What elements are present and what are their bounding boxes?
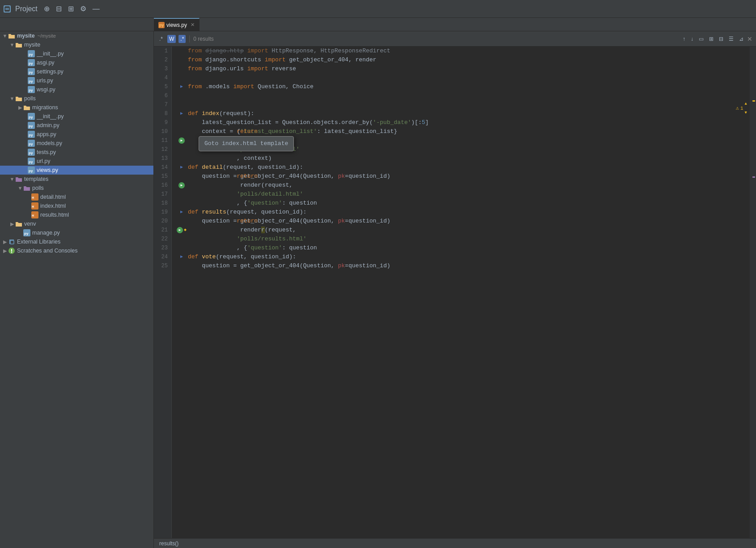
tree-item-polls-tpl[interactable]: ▼ polls <box>0 184 153 193</box>
word-btn[interactable]: .* <box>178 35 186 43</box>
tree-item-init2[interactable]: py __init__.py <box>0 112 153 121</box>
tree-label-admin: admin.py <box>37 122 59 128</box>
tab-close-btn[interactable]: ✕ <box>191 22 195 28</box>
collapse-all-btn[interactable]: ⊟ <box>54 4 64 14</box>
tooltip-popup[interactable]: Goto index.html template <box>199 136 294 151</box>
code-lines: from django.http import HttpResponse, Ht… <box>172 47 750 538</box>
regex-btn[interactable]: .* <box>157 35 165 43</box>
py-icon-urlpy: py <box>28 158 35 165</box>
code-line-23 <box>175 244 746 253</box>
svg-text:H: H <box>32 205 34 208</box>
status-function: results() <box>159 540 178 547</box>
svg-text:py: py <box>24 231 29 235</box>
svg-text:H: H <box>32 196 34 199</box>
tab-views-py[interactable]: py views.py ✕ <box>154 18 200 31</box>
tab-bar: py views.py ✕ <box>0 18 756 31</box>
tree-item-apps[interactable]: py apps.py <box>0 130 153 139</box>
tree-item-urlpy[interactable]: py url.py <box>0 157 153 166</box>
tree-label-detail-html: detail.html <box>40 194 66 200</box>
main-layout: ▼ mysite ~/mysite ▼ mysite py __init__.p… <box>0 31 756 548</box>
tree-item-init1[interactable]: py __init__.py <box>0 49 153 58</box>
project-dropdown-btn[interactable]: Project <box>13 4 39 14</box>
tree-item-results-html[interactable]: H results.html <box>0 210 153 219</box>
tree-label-asgi: asgi.py <box>37 60 55 66</box>
expand-all-btn[interactable]: ⊞ <box>66 4 76 14</box>
tree-label-results-html: results.html <box>40 212 69 218</box>
folder-icon-venv <box>15 220 22 227</box>
html-icon-index: H <box>31 202 38 210</box>
folder-icon-templates <box>15 176 22 183</box>
tree-label-venv: venv <box>24 221 36 227</box>
gutter-5: ▶ <box>175 82 188 91</box>
py-icon-apps: py <box>28 131 35 138</box>
svg-text:py: py <box>29 115 33 119</box>
code-editor[interactable]: ⚠ 1 ▲ ▼ 1 2 3 4 5 6 7 8 9 <box>154 47 756 538</box>
bookmark-gutter-21[interactable]: ◆ <box>184 226 187 235</box>
tree-item-migrations[interactable]: ▶ migrations <box>0 103 153 112</box>
search-btn1[interactable]: ⊞ <box>707 35 715 43</box>
tree-item-templates[interactable]: ▼ templates <box>0 175 153 184</box>
search-btn2[interactable]: ⊟ <box>717 35 725 43</box>
py-icon-settings: py <box>28 68 35 75</box>
code-line-25: question = get_object_or_404(Question, p… <box>175 261 746 270</box>
run-gutter-11[interactable]: ▶ <box>178 137 185 144</box>
tree-item-detail-html[interactable]: H detail.html <box>0 193 153 201</box>
tree-item-polls[interactable]: ▼ polls <box>0 94 153 103</box>
arrow-mysite-inner: ▼ <box>9 42 15 47</box>
svg-text:py: py <box>29 52 33 56</box>
tree-item-asgi[interactable]: py asgi.py <box>0 58 153 67</box>
tree-item-admin[interactable]: py admin.py <box>0 121 153 130</box>
code-line-3: from django.urls import reverse <box>175 64 746 73</box>
tree-item-external[interactable]: ▶ External Libraries <box>0 237 153 246</box>
tree-item-wsgi[interactable]: py wsgi.py <box>0 85 153 94</box>
run-gutter-21[interactable]: ▶ <box>177 227 183 233</box>
svg-rect-1 <box>5 8 9 9</box>
results-count: 0 results <box>193 36 213 42</box>
tree-label-polls: polls <box>24 95 36 102</box>
tree-item-mysite-inner[interactable]: ▼ mysite <box>0 40 153 49</box>
case-btn[interactable]: W <box>167 35 176 43</box>
html-icon-detail: H <box>31 193 38 201</box>
gutter-8: ▶ <box>175 109 188 118</box>
external-icon <box>8 238 15 245</box>
folder-icon-polls-tpl <box>23 184 30 192</box>
search-settings-btn[interactable]: ☰ <box>727 35 735 43</box>
code-line-5: ▶ from .models import Question, Choice <box>175 82 746 91</box>
tree-item-models[interactable]: py models.py <box>0 139 153 148</box>
tree-item-settings[interactable]: py settings.py <box>0 67 153 76</box>
folder-icon-migrations <box>23 104 30 111</box>
tooltip-text: Goto index.html template <box>204 140 288 147</box>
tree-item-urls[interactable]: py urls.py <box>0 76 153 85</box>
tree-item-scratches[interactable]: ▶ Scratches and Consoles <box>0 246 153 255</box>
tree-label-polls-tpl: polls <box>32 185 44 191</box>
run-gutter-16[interactable]: ▶ <box>178 182 185 188</box>
search-toolbar-right: ↑ ↓ ▭ ⊞ ⊟ ☰ ⊿ ✕ <box>681 35 752 43</box>
py-icon-tests: py <box>28 149 35 156</box>
tree-item-mysite-root[interactable]: ▼ mysite ~/mysite <box>0 31 153 40</box>
settings-btn[interactable]: ⚙ <box>78 4 88 14</box>
tree-item-viewspy[interactable]: py views.py <box>0 166 153 175</box>
warning-marker <box>752 100 755 102</box>
py-icon-wsgi: py <box>28 86 35 93</box>
html-icon-results: H <box>31 211 38 218</box>
tree-item-manage[interactable]: py manage.py <box>0 228 153 237</box>
svg-text:py: py <box>29 169 33 173</box>
gutter-14: ▶ <box>175 163 188 172</box>
py-icon-viewspy: py <box>28 167 35 174</box>
close-panel-btn[interactable]: — <box>91 4 102 14</box>
search-next-btn[interactable]: ↓ <box>689 35 695 43</box>
tree-item-venv[interactable]: ▶ venv <box>0 219 153 228</box>
search-filter-btn[interactable]: ⊿ <box>737 35 745 43</box>
code-line-17 <box>175 190 746 199</box>
search-expand-btn[interactable]: ▭ <box>697 35 705 43</box>
tree-label-urls: urls.py <box>37 77 53 84</box>
gutter-11: ▶ <box>175 137 188 144</box>
gutter-21: ▶ ◆ <box>175 226 188 235</box>
tree-item-tests[interactable]: py tests.py <box>0 148 153 157</box>
search-close-btn[interactable]: ✕ <box>747 35 752 43</box>
add-content-btn[interactable]: ⊕ <box>42 4 51 14</box>
svg-text:H: H <box>32 214 34 217</box>
tree-item-index-html[interactable]: H index.html <box>0 201 153 210</box>
search-prev-btn[interactable]: ↑ <box>681 35 687 43</box>
py-icon-urls: py <box>28 77 35 84</box>
